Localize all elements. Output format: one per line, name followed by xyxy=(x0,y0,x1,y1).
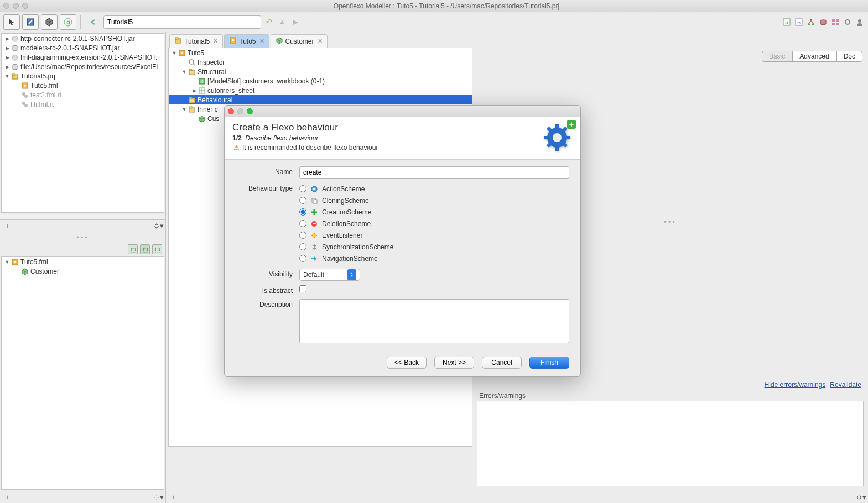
tree-row[interactable]: ▶cutomers_sheet xyxy=(169,86,472,95)
revalidate-link[interactable]: Revalidate xyxy=(830,381,861,389)
xml-icon[interactable]: fml xyxy=(794,17,804,27)
database-icon[interactable] xyxy=(818,17,828,27)
remove-button[interactable]: − xyxy=(12,492,22,502)
zoom-window-icon[interactable] xyxy=(22,3,28,9)
tree-row[interactable]: Inspector xyxy=(169,57,472,67)
radio-input[interactable] xyxy=(299,220,306,227)
tab-advanced[interactable]: Advanced xyxy=(792,51,836,62)
hide-errors-link[interactable]: Hide errors/warnings xyxy=(765,381,826,389)
description-textarea[interactable] xyxy=(299,299,569,343)
visibility-select[interactable]: Default ▲▼ xyxy=(299,269,360,281)
view-mode-1-button[interactable]: ⬚ xyxy=(128,244,138,254)
tree-row[interactable]: Behavioural xyxy=(169,95,472,104)
nav-back-icon[interactable] xyxy=(85,14,101,30)
tree-row[interactable]: ▶modelers-rc-2.0.1-SNAPSHOT.jar xyxy=(2,43,164,53)
tree-row[interactable]: titi.fml.rt xyxy=(2,99,164,109)
editor-tab[interactable]: Tuto5✕ xyxy=(224,34,269,48)
tree-row[interactable]: Customer xyxy=(2,266,164,276)
gear-small-icon[interactable] xyxy=(843,17,853,27)
search-input[interactable] xyxy=(103,15,261,29)
radio-input[interactable] xyxy=(299,243,306,250)
panel-drag-handle[interactable]: ••• xyxy=(0,232,165,243)
tree-scrollbar[interactable] xyxy=(0,214,165,219)
chevron-icon[interactable]: ▼ xyxy=(4,74,11,79)
chevron-icon[interactable]: ▶ xyxy=(191,88,197,93)
close-window-icon[interactable] xyxy=(3,3,9,9)
is-abstract-checkbox[interactable] xyxy=(299,285,306,292)
edit-tool-button[interactable] xyxy=(22,14,39,30)
close-tab-icon[interactable]: ✕ xyxy=(318,38,323,45)
tab-basic[interactable]: Basic xyxy=(762,51,792,62)
tree-row[interactable]: Tuto5.fml xyxy=(2,81,164,90)
radio-input[interactable] xyxy=(299,255,306,262)
grid-icon[interactable] xyxy=(830,17,840,27)
remove-button[interactable]: − xyxy=(178,492,188,502)
behaviour-type-option[interactable]: DeletionScheme xyxy=(299,218,569,229)
model-icon: X xyxy=(197,77,206,85)
name-input[interactable] xyxy=(299,166,569,179)
flexo-tool-button[interactable]: ɑ xyxy=(60,14,76,30)
radio-input[interactable] xyxy=(299,185,306,192)
editor-tab[interactable]: Tutorial5✕ xyxy=(169,34,223,48)
next-button[interactable]: Next >> xyxy=(434,357,474,369)
radio-input[interactable] xyxy=(299,232,306,239)
chevron-icon[interactable]: ▼ xyxy=(181,69,188,75)
chevron-icon[interactable]: ▼ xyxy=(181,107,188,112)
view-mode-2-button[interactable]: ⬚ xyxy=(140,244,150,254)
tree-row[interactable]: test2.fml.rt xyxy=(2,90,164,99)
back-button[interactable]: << Back xyxy=(387,357,427,369)
nav-forward-icon[interactable]: ▶ xyxy=(290,17,301,28)
hierarchy-icon[interactable] xyxy=(806,17,816,27)
chevron-icon[interactable]: ▶ xyxy=(4,64,11,70)
dialog-titlebar[interactable] xyxy=(225,106,580,117)
cancel-button[interactable]: Cancel xyxy=(482,357,522,369)
gear-icon[interactable]: ▾ xyxy=(153,221,163,231)
finish-button[interactable]: Finish xyxy=(529,357,569,369)
radio-input[interactable] xyxy=(299,208,306,216)
errors-list[interactable] xyxy=(477,401,864,486)
projects-tree[interactable]: ▶http-connector-rc-2.0.1-SNAPSHOT.jar▶mo… xyxy=(1,33,164,213)
user-icon[interactable] xyxy=(855,17,865,27)
chevron-icon[interactable]: ▼ xyxy=(171,50,178,56)
tab-label: Customer xyxy=(285,38,314,45)
gear-icon[interactable]: ▾ xyxy=(153,492,163,502)
cube-tool-button[interactable] xyxy=(41,14,58,30)
add-button[interactable]: + xyxy=(2,492,12,502)
view-mode-3-button[interactable]: ⬚ xyxy=(152,244,162,254)
tree-row[interactable]: ▶http-connector-rc-2.0.1-SNAPSHOT.jar xyxy=(2,34,164,43)
tree-row[interactable]: ▼Tutorial5.prj xyxy=(2,71,164,81)
chevron-icon[interactable]: ▶ xyxy=(4,55,11,60)
add-button[interactable]: + xyxy=(2,221,12,231)
behaviour-type-option[interactable]: CreationScheme xyxy=(299,206,569,218)
tab-doc[interactable]: Doc xyxy=(836,51,862,62)
tree-row[interactable]: ▼Tuto5.fml xyxy=(2,257,164,266)
chevron-icon[interactable]: ▼ xyxy=(4,259,11,265)
dialog-zoom-icon[interactable] xyxy=(247,108,253,114)
minimize-window-icon[interactable] xyxy=(13,3,19,9)
close-tab-icon[interactable]: ✕ xyxy=(213,38,218,45)
chevron-icon[interactable]: ▶ xyxy=(4,45,11,51)
close-tab-icon[interactable]: ✕ xyxy=(259,38,264,45)
pointer-tool-button[interactable] xyxy=(3,14,20,30)
behaviour-type-option[interactable]: CloningScheme xyxy=(299,195,569,206)
behaviour-type-option[interactable]: SynchronizationScheme xyxy=(299,241,569,253)
chevron-icon[interactable]: ▶ xyxy=(4,36,11,41)
nav-undo-icon[interactable]: ↶ xyxy=(263,17,274,28)
remove-button[interactable]: − xyxy=(12,221,22,231)
outline-tree[interactable]: ▼Tuto5.fmlCustomer xyxy=(1,256,164,490)
tree-row[interactable]: ▼Tuto5 xyxy=(169,48,472,57)
behaviour-type-option[interactable]: EventListener xyxy=(299,229,569,241)
tree-row[interactable]: ▶fml-diagramming-extension-2.0.1-SNAPSHO… xyxy=(2,53,164,62)
tree-row[interactable]: ▼Structural xyxy=(169,67,472,76)
nav-up-icon[interactable]: ▲ xyxy=(277,17,288,28)
behaviour-type-option[interactable]: NavigationScheme xyxy=(299,253,569,264)
dialog-close-icon[interactable] xyxy=(228,108,234,114)
editor-tab[interactable]: Customer✕ xyxy=(271,34,328,48)
behaviour-type-option[interactable]: ActionScheme xyxy=(299,183,569,195)
tree-row[interactable]: X[ModelSlot] customers_workbbook (0-1) xyxy=(169,76,472,86)
radio-input[interactable] xyxy=(299,197,306,204)
add-button[interactable]: + xyxy=(168,492,178,502)
module-icon[interactable]: ɑ xyxy=(782,17,792,27)
tree-row[interactable]: ▶file:/Users/mac/Repositories/resources/… xyxy=(2,62,164,71)
gear-icon[interactable]: ▾ xyxy=(856,492,866,502)
